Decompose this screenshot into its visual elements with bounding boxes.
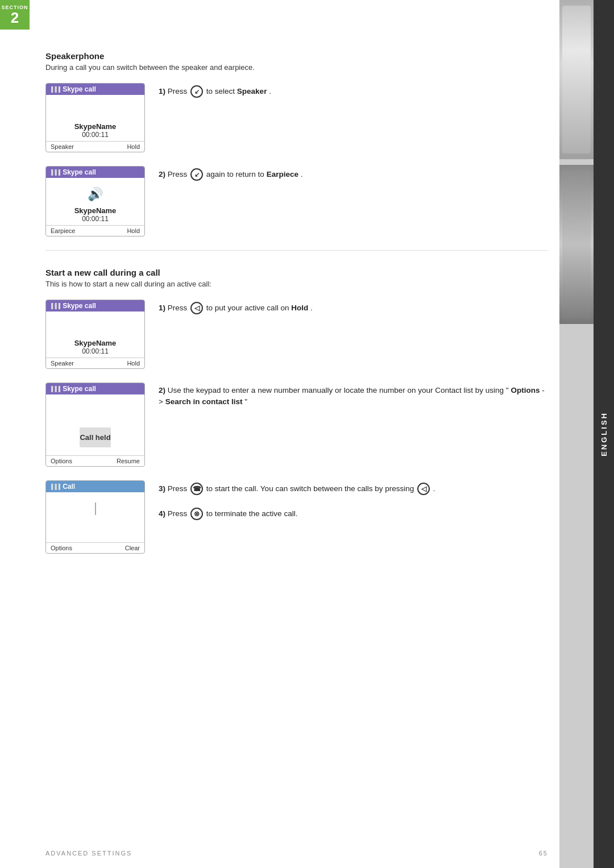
- phone-footer-right-sp1: Hold: [127, 143, 140, 150]
- step2-period-sp: .: [301, 170, 303, 178]
- newcall-heading: Start a new call during a call: [45, 268, 548, 277]
- phone-header-nc1: ▐▐▐ Skype call: [46, 300, 144, 312]
- step1-period-nc: .: [310, 304, 313, 312]
- phone-footer-left-nc1: Speaker: [51, 360, 74, 367]
- step4-press-nc: Press: [168, 509, 189, 518]
- step3-press-nc: Press: [168, 484, 189, 493]
- step2-end-nc: ": [244, 397, 247, 406]
- phone-footer-left-nc2: Options: [51, 458, 72, 464]
- right-tab-text: ENGLISH: [600, 412, 608, 456]
- newcall-step1-text: 1) Press ◁ to put your active call on Ho…: [159, 300, 548, 314]
- step3-icon2-nc: ◁: [417, 483, 430, 495]
- section-badge: SECTION 2: [0, 0, 30, 30]
- phone-header-nc3: ▐▐▐ Call: [46, 481, 144, 492]
- phone-signal-nc2: ▐▐▐: [49, 386, 60, 392]
- right-image-bottom: [559, 165, 594, 324]
- step3-end-nc: .: [433, 484, 435, 493]
- page-footer: ADVANCED SETTINGS 65: [34, 850, 559, 857]
- step1-icon-sp: ↙: [190, 85, 203, 98]
- newcall-step2-row: ▐▐▐ Skype call Call held Options Resume …: [45, 383, 548, 467]
- phone-footer-left-sp1: Speaker: [51, 143, 74, 150]
- phone-signal-sp1: ▐▐▐: [49, 86, 60, 92]
- right-side-images: [559, 0, 594, 868]
- speakerphone-step2-row: ▐▐▐ Skype call 🔊 SkypeName 00:00:11 Earp…: [45, 166, 548, 236]
- step2-num-nc: 2): [159, 386, 165, 394]
- section-number: 2: [11, 10, 19, 25]
- phone-footer-nc2: Options Resume: [46, 455, 144, 466]
- newcall-steps: ▐▐▐ Skype call SkypeName 00:00:11 Speake…: [45, 300, 548, 554]
- step1-bold-nc: Hold: [291, 304, 308, 312]
- section-divider: [45, 250, 548, 251]
- phone-mockup-nc2: ▐▐▐ Skype call Call held Options Resume: [45, 383, 145, 467]
- phone-footer-sp1: Speaker Hold: [46, 141, 144, 152]
- phone-footer-right-nc3: Clear: [125, 545, 140, 551]
- phone-time-nc1: 00:00:11: [82, 347, 109, 355]
- newcall-desc: This is how to start a new call during a…: [45, 280, 548, 288]
- phone-signal-nc3: ▐▐▐: [49, 484, 60, 489]
- phone-header-title-sp1: Skype call: [63, 85, 96, 93]
- step3-tostart-nc: to start the call. You can switch betwee…: [206, 484, 414, 493]
- step1-press-sp: Press: [168, 87, 189, 95]
- phone-mockup-nc1: ▐▐▐ Skype call SkypeName 00:00:11 Speake…: [45, 300, 145, 369]
- step2-search-nc: Search in contact list: [165, 397, 243, 406]
- speakerphone-step1-row: ▐▐▐ Skype call SkypeName 00:00:11 Speake…: [45, 83, 548, 152]
- phone-mockup-sp1: ▐▐▐ Skype call SkypeName 00:00:11 Speake…: [45, 83, 145, 152]
- step4-icon-nc: ⊗: [190, 508, 203, 520]
- phone-body-sp1: SkypeName 00:00:11: [46, 95, 144, 141]
- newcall-step3-text: 3) Press ☎ to start the call. You can sw…: [159, 480, 548, 495]
- footer-left: ADVANCED SETTINGS: [45, 850, 132, 857]
- right-image-top: [559, 0, 594, 159]
- phone-header-nc2: ▐▐▐ Skype call: [46, 383, 144, 394]
- phone-footer-right-sp2: Hold: [127, 227, 140, 234]
- phone-footer-nc3: Options Clear: [46, 542, 144, 553]
- phone-mockup-nc3: ▐▐▐ Call Options Clear: [45, 480, 145, 554]
- phone-footer-sp2: Earpiece Hold: [46, 225, 144, 236]
- step2-icon-sp: ↙: [190, 168, 203, 181]
- step3-num-nc: 3): [159, 484, 165, 493]
- phone-input: [95, 502, 96, 515]
- speakerphone-heading: Speakerphone: [45, 51, 548, 61]
- phone-footer-left-nc3: Options: [51, 545, 72, 551]
- phone-header-title-sp2: Skype call: [63, 168, 96, 176]
- step1-num-sp: 1): [159, 87, 165, 95]
- phone-time-sp1: 00:00:11: [82, 131, 109, 139]
- phone-body-nc3: [46, 492, 144, 542]
- step1-period-sp: .: [269, 87, 271, 95]
- step4-toterminate-nc: to terminate the active call.: [206, 509, 298, 518]
- step2-usekeypad-nc: Use the keypad to enter a new number man…: [168, 386, 509, 394]
- step4-num-nc: 4): [159, 509, 165, 518]
- phone-header-title-nc1: Skype call: [63, 302, 96, 310]
- earpiece-icon: 🔊: [88, 187, 103, 202]
- step1-press-nc: Press: [168, 304, 189, 312]
- step2-options-nc: Options: [511, 386, 540, 394]
- step1-toselect-sp: to select: [206, 87, 237, 95]
- phone-body-sp2: 🔊 SkypeName 00:00:11: [46, 178, 144, 225]
- phone-signal-sp2: ▐▐▐: [49, 169, 60, 175]
- step2-bold-sp: Earpiece: [267, 170, 298, 178]
- speakerphone-step2-text: 2) Press ↙ again to return to Earpiece .: [159, 166, 548, 181]
- step2-num-sp: 2): [159, 170, 165, 178]
- step34-texts: 3) Press ☎ to start the call. You can sw…: [159, 480, 548, 520]
- footer-right: 65: [539, 850, 548, 857]
- step1-toput-nc: to put your active call on: [206, 304, 291, 312]
- phone-call-held: Call held: [80, 427, 110, 447]
- newcall-step4-text: 4) Press ⊗ to terminate the active call.: [159, 505, 548, 520]
- phone-signal-nc1: ▐▐▐: [49, 303, 60, 309]
- phone-name-nc1: SkypeName: [74, 339, 117, 347]
- step1-bold-sp: Speaker: [237, 87, 267, 95]
- speakerphone-desc: During a call you can switch between the…: [45, 63, 548, 72]
- phone-header-sp2: ▐▐▐ Skype call: [46, 167, 144, 178]
- phone-footer-nc1: Speaker Hold: [46, 358, 144, 368]
- phone-header-sp1: ▐▐▐ Skype call: [46, 84, 144, 95]
- newcall-step2-text: 2) Use the keypad to enter a new number …: [159, 383, 548, 408]
- phone-footer-left-sp2: Earpiece: [51, 227, 75, 234]
- step1-icon-nc: ◁: [190, 302, 203, 314]
- speakerphone-section: Speakerphone During a call you can switc…: [45, 51, 548, 236]
- step3-icon1-nc: ☎: [190, 483, 203, 495]
- speakerphone-step1-text: 1) Press ↙ to select Speaker .: [159, 83, 548, 98]
- main-content: Speakerphone During a call you can switc…: [34, 0, 559, 590]
- speakerphone-steps: ▐▐▐ Skype call SkypeName 00:00:11 Speake…: [45, 83, 548, 236]
- phone-header-title-nc2: Skype call: [63, 385, 96, 393]
- newcall-step1-row: ▐▐▐ Skype call SkypeName 00:00:11 Speake…: [45, 300, 548, 369]
- phone-name-sp1: SkypeName: [74, 122, 117, 131]
